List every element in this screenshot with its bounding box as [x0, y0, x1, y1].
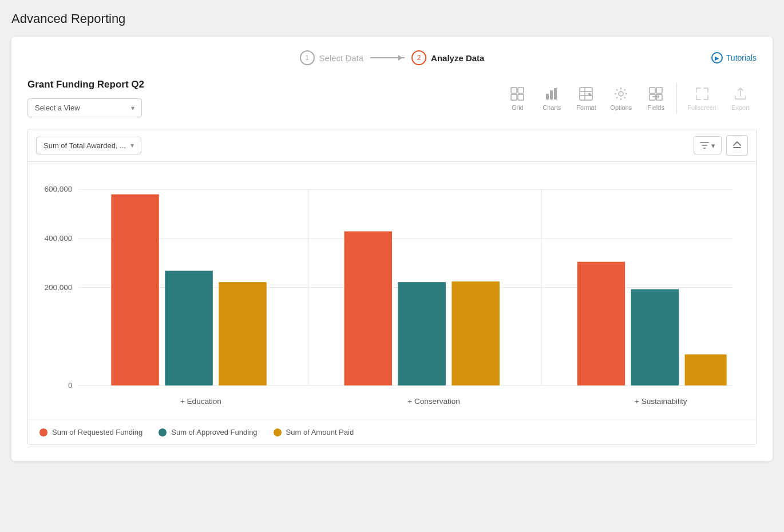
collapse-icon: [732, 140, 742, 149]
main-card: 1 Select Data 2 Analyze Data ▶ Tutorials…: [11, 37, 773, 461]
svg-rect-30: [219, 282, 267, 386]
steps-header: 1 Select Data 2 Analyze Data ▶ Tutorials: [27, 50, 757, 65]
fields-icon: [648, 86, 664, 102]
svg-rect-6: [554, 88, 557, 100]
filter-button[interactable]: ▾: [694, 136, 722, 154]
tutorials-play-icon: ▶: [711, 52, 723, 63]
chart-toolbar-right: ▾: [694, 135, 748, 156]
legend-paid-dot: [274, 428, 282, 436]
svg-rect-35: [452, 281, 500, 386]
options-icon: [613, 86, 629, 102]
toolbar-export[interactable]: Export: [724, 82, 757, 114]
toolbar-format-label: Format: [576, 104, 596, 111]
measure-dropdown-label: Sum of Total Awarded, ...: [43, 141, 126, 150]
chart-area: 600,000 400,000 200,000 0: [28, 162, 756, 419]
filter-chevron-icon: ▾: [711, 141, 715, 150]
svg-rect-33: [344, 231, 392, 385]
chart-panel: Sum of Total Awarded, ... ▾ ▾: [27, 129, 757, 445]
chart-legend: Sum of Requested Funding Sum of Approved…: [28, 419, 756, 444]
step-2-circle: 2: [411, 50, 426, 65]
legend-paid: Sum of Amount Paid: [274, 428, 354, 436]
view-selector-placeholder: Select a View: [35, 104, 80, 112]
legend-approved-label: Sum of Approved Funding: [171, 428, 257, 436]
step-1: 1 Select Data: [300, 50, 364, 65]
legend-paid-label: Sum of Amount Paid: [286, 428, 354, 436]
svg-rect-39: [631, 289, 679, 386]
toolbar-fullscreen-label: Fullscreen: [687, 104, 716, 111]
tutorials-link[interactable]: ▶ Tutorials: [711, 52, 757, 63]
svg-rect-1: [518, 88, 524, 93]
report-row: Grant Funding Report Q2 Select a View ▾: [27, 79, 757, 117]
svg-text:200,000: 200,000: [44, 283, 72, 292]
chart-toolbar: Sum of Total Awarded, ... ▾ ▾: [28, 129, 756, 162]
toolbar-grid-label: Grid: [512, 104, 524, 111]
toolbar: Grid Charts: [501, 82, 757, 114]
svg-rect-12: [650, 88, 655, 93]
svg-rect-40: [685, 354, 727, 385]
filter-icon: [700, 141, 709, 150]
grid-icon: [509, 86, 525, 102]
toolbar-charts[interactable]: Charts: [536, 82, 568, 114]
bar-chart-svg: 600,000 400,000 200,000 0: [39, 173, 745, 414]
svg-rect-4: [546, 94, 549, 100]
measure-dropdown[interactable]: Sum of Total Awarded, ... ▾: [36, 137, 141, 154]
report-left: Grant Funding Report Q2 Select a View ▾: [27, 79, 144, 117]
chevron-down-icon: ▾: [131, 104, 134, 112]
svg-rect-3: [518, 94, 524, 100]
legend-requested-label: Sum of Requested Funding: [52, 428, 142, 436]
toolbar-fields[interactable]: Fields: [640, 82, 672, 114]
svg-text:400,000: 400,000: [44, 234, 72, 243]
format-icon: [578, 86, 594, 102]
legend-requested-dot: [39, 428, 47, 436]
toolbar-divider: [676, 84, 677, 113]
svg-rect-38: [577, 262, 625, 386]
step-1-circle: 1: [300, 50, 315, 65]
tutorials-label: Tutorials: [726, 53, 757, 62]
svg-text:+ Conservation: + Conservation: [407, 397, 460, 406]
chart-container: 600,000 400,000 200,000 0: [39, 173, 745, 414]
page-title: Advanced Reporting: [11, 11, 773, 26]
measure-chevron-icon: ▾: [130, 141, 134, 149]
svg-rect-14: [650, 94, 655, 100]
toolbar-charts-label: Charts: [543, 104, 561, 111]
report-title: Grant Funding Report Q2: [27, 79, 144, 90]
svg-rect-13: [656, 88, 662, 93]
step-2-label: Analyze Data: [431, 53, 484, 63]
svg-rect-0: [511, 88, 517, 93]
svg-text:600,000: 600,000: [44, 185, 72, 194]
svg-point-11: [619, 92, 623, 96]
svg-text:+ Sustainability: + Sustainability: [635, 397, 687, 406]
svg-rect-29: [165, 271, 213, 385]
toolbar-fullscreen[interactable]: Fullscreen: [682, 82, 722, 114]
svg-text:0: 0: [68, 381, 73, 390]
step-1-label: Select Data: [319, 53, 364, 63]
charts-icon: [544, 86, 560, 102]
toolbar-export-label: Export: [731, 104, 750, 111]
export-icon: [732, 86, 749, 102]
svg-rect-28: [111, 194, 159, 386]
svg-rect-2: [511, 94, 517, 100]
legend-requested: Sum of Requested Funding: [39, 428, 142, 436]
toolbar-grid[interactable]: Grid: [501, 82, 533, 114]
toolbar-options-label: Options: [610, 104, 632, 111]
svg-rect-34: [398, 282, 446, 386]
legend-approved-dot: [159, 428, 167, 436]
legend-approved: Sum of Approved Funding: [159, 428, 257, 436]
svg-rect-5: [550, 90, 553, 100]
step-arrow: [370, 57, 405, 58]
toolbar-fields-label: Fields: [648, 104, 664, 111]
toolbar-options[interactable]: Options: [604, 82, 638, 114]
collapse-button[interactable]: [726, 135, 748, 156]
toolbar-format[interactable]: Format: [570, 82, 602, 114]
fullscreen-icon: [694, 86, 710, 102]
svg-text:+ Education: + Education: [180, 397, 221, 406]
step-2: 2 Analyze Data: [411, 50, 484, 65]
view-selector-dropdown[interactable]: Select a View ▾: [27, 98, 142, 117]
